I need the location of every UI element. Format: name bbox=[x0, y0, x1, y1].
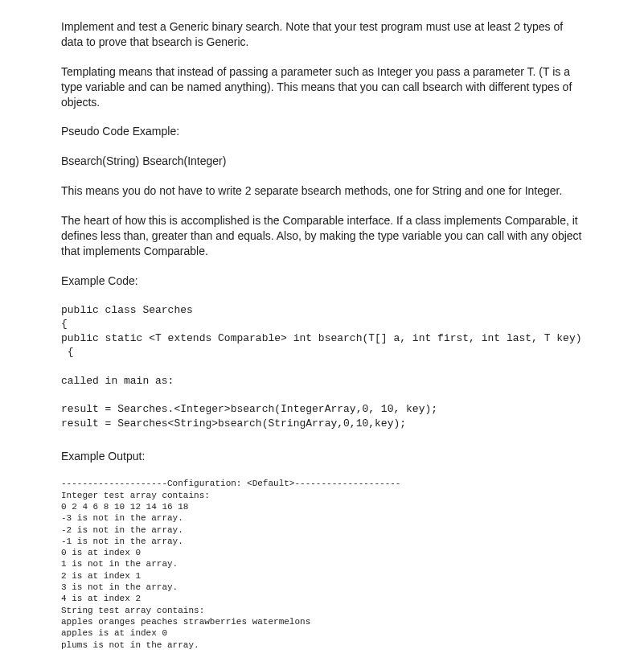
paragraph-templating: Templating means that instead of passing… bbox=[61, 64, 588, 110]
paragraph-intro: Implement and test a Generic binary sear… bbox=[61, 19, 588, 50]
paragraph-comparable: The heart of how this is accomplished is… bbox=[61, 213, 588, 259]
output-block-main: --------------------Configuration: <Defa… bbox=[61, 478, 644, 650]
pseudo-code-line: Bsearch(String) Bsearch(Integer) bbox=[61, 154, 588, 169]
heading-example-code: Example Code: bbox=[61, 273, 588, 289]
paragraph-no-separate: This means you do not have to write 2 se… bbox=[61, 183, 588, 199]
heading-example-output: Example Output: bbox=[61, 449, 588, 464]
heading-pseudo-example: Pseudo Code Example: bbox=[61, 124, 588, 139]
code-block-calls: result = Searches.<Integer>bsearch(Integ… bbox=[61, 402, 644, 430]
code-block-class: public class Searches { public static <T… bbox=[61, 303, 644, 360]
code-block-called-label: called in main as: bbox=[61, 374, 644, 389]
